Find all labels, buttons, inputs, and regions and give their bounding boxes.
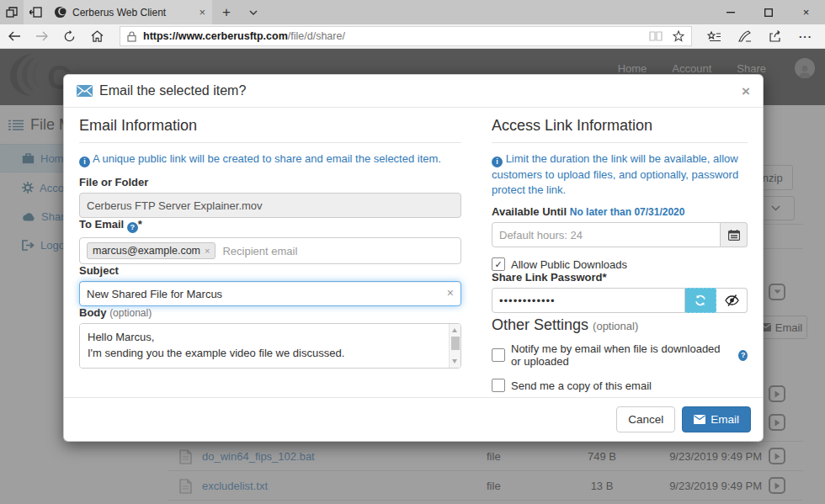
notify-row: Notify me by email when file is download… xyxy=(492,342,748,368)
browser-tab[interactable]: Cerberus Web Client × xyxy=(47,0,212,24)
to-email-field[interactable]: marcus@example.com × Recipient email xyxy=(79,237,461,264)
tab-preview-icon[interactable] xyxy=(0,0,24,24)
refresh-icon xyxy=(695,294,706,306)
access-link-heading: Access Link Information xyxy=(492,117,748,143)
scroll-down-icon[interactable] xyxy=(452,359,457,363)
clear-icon[interactable]: × xyxy=(447,287,454,299)
help-icon[interactable]: ? xyxy=(127,222,138,233)
new-tab-button[interactable]: + xyxy=(212,0,241,24)
tab-close-icon[interactable]: × xyxy=(199,7,205,18)
send-email-button[interactable]: Email xyxy=(682,406,751,432)
window-close-button[interactable]: × xyxy=(787,0,825,24)
file-or-folder-field xyxy=(79,193,461,218)
tab-favicon-icon xyxy=(54,6,67,19)
info-icon: i xyxy=(79,157,90,167)
notify-label: Notify me by email when file is download… xyxy=(511,342,732,368)
back-icon[interactable] xyxy=(0,31,28,41)
email-info-note: i A unique public link will be created t… xyxy=(79,151,461,167)
reading-view-icon[interactable] xyxy=(649,31,663,41)
send-copy-checkbox[interactable] xyxy=(492,379,505,392)
send-copy-row: Send me a copy of this email xyxy=(492,379,748,392)
allow-downloads-label: Allow Public Downloads xyxy=(511,258,627,271)
cancel-button[interactable]: Cancel xyxy=(616,406,675,432)
calendar-icon xyxy=(728,230,740,241)
share-link-password-field[interactable] xyxy=(492,288,685,313)
other-settings-heading: Other Settings (optional) xyxy=(492,316,748,334)
share-link-password-label: Share Link Password* xyxy=(492,271,748,284)
file-or-folder-label: File or Folder xyxy=(79,176,461,188)
body-field[interactable]: Hello Marcus, I'm sending you the exampl… xyxy=(80,324,460,368)
forward-icon[interactable] xyxy=(28,31,56,41)
email-information-heading: Email Information xyxy=(79,117,461,143)
browser-menu-icon[interactable]: ··· xyxy=(799,30,812,43)
annotate-pen-icon[interactable] xyxy=(738,30,752,42)
show-password-button[interactable] xyxy=(716,288,748,313)
scroll-thumb[interactable] xyxy=(451,337,460,350)
allow-downloads-checkbox[interactable]: ✓ xyxy=(492,257,505,271)
subject-field[interactable] xyxy=(79,281,461,306)
envelope-icon xyxy=(77,85,93,97)
home-icon[interactable] xyxy=(83,30,111,42)
refresh-icon[interactable] xyxy=(56,30,83,43)
info-icon: i xyxy=(492,157,503,167)
subject-label: Subject xyxy=(79,264,461,277)
body-label: Body (optional) xyxy=(79,306,461,319)
window-minimize-button[interactable] xyxy=(711,0,749,24)
browser-tab-bar: Cerberus Web Client × + × xyxy=(0,0,825,24)
tab-list-chevron-icon[interactable] xyxy=(241,0,266,24)
lock-icon xyxy=(127,31,136,42)
send-copy-label: Send me a copy of this email xyxy=(511,379,652,392)
dialog-title: Email the selected item? xyxy=(99,83,246,98)
url-field[interactable]: https://www.cerberusftp.com/file/d/share… xyxy=(120,26,692,46)
url-text: https://www.cerberusftp.com/file/d/share… xyxy=(143,30,649,42)
calendar-button[interactable] xyxy=(721,222,748,247)
to-email-placeholder: Recipient email xyxy=(222,245,297,257)
available-until-label: Available Until No later than 07/31/2020 xyxy=(492,205,748,218)
window-maximize-button[interactable] xyxy=(749,0,787,24)
available-until-field[interactable] xyxy=(492,222,721,247)
eye-slash-icon xyxy=(725,294,739,306)
email-share-dialog: Email the selected item? × Email Informa… xyxy=(63,74,764,442)
access-info-note: i Limit the duration the link will be av… xyxy=(492,151,748,197)
scroll-up-icon[interactable] xyxy=(452,328,457,332)
set-tabs-aside-icon[interactable] xyxy=(24,0,47,24)
dialog-header: Email the selected item? × xyxy=(64,75,763,108)
envelope-icon xyxy=(694,415,705,424)
share-icon[interactable] xyxy=(769,30,782,42)
chip-remove-icon[interactable]: × xyxy=(205,246,210,256)
to-email-label: To Email ?* xyxy=(79,218,461,233)
tab-title: Cerberus Web Client xyxy=(72,7,193,19)
email-chip: marcus@example.com × xyxy=(87,242,216,259)
available-until-note: No later than 07/31/2020 xyxy=(570,206,685,218)
help-icon[interactable]: ? xyxy=(738,350,748,361)
close-icon[interactable]: × xyxy=(742,84,750,98)
notify-checkbox[interactable] xyxy=(492,348,505,362)
scrollbar[interactable] xyxy=(449,324,460,368)
allow-downloads-row: ✓ Allow Public Downloads xyxy=(492,257,748,271)
regenerate-password-button[interactable] xyxy=(685,288,716,313)
browser-address-bar: https://www.cerberusftp.com/file/d/share… xyxy=(0,24,825,49)
dialog-footer: Cancel Email xyxy=(64,397,763,441)
favorites-hub-icon[interactable] xyxy=(707,31,721,42)
body-field-wrap: Hello Marcus, I'm sending you the exampl… xyxy=(79,323,461,369)
favorite-star-icon[interactable] xyxy=(673,30,684,42)
